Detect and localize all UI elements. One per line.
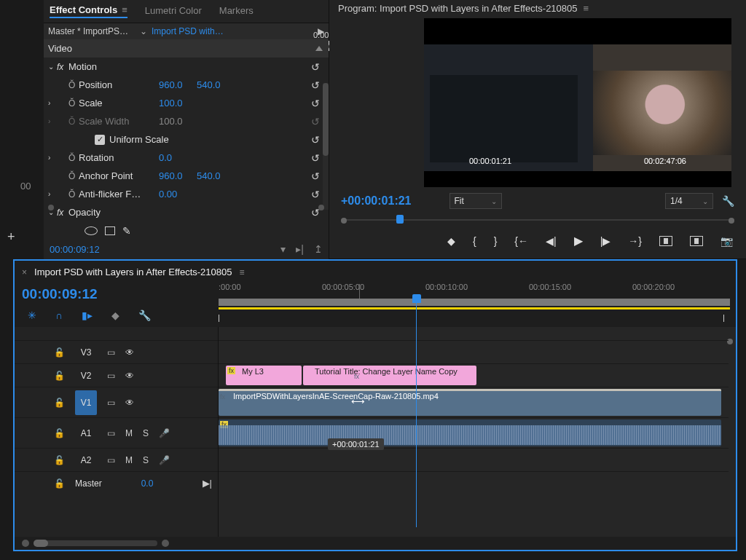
solo-icon[interactable]: S (143, 428, 149, 438)
clip-my-l3[interactable]: fxMy L3 (226, 366, 302, 385)
position-y[interactable]: 540.0 (197, 79, 235, 90)
stopwatch-icon[interactable]: Ŏ (68, 153, 79, 163)
transport-controls: ◆ { } {← ◀| ▶ |▶ →} 📷 (329, 226, 746, 255)
settings-icon[interactable]: 🔧 (138, 309, 151, 321)
nest-icon[interactable]: ✳ (28, 309, 36, 321)
track-master-header[interactable]: 🔓 Master 0.0 ▶| (15, 471, 218, 494)
panel-menu-icon[interactable]: ≡ (122, 4, 127, 15)
snap-icon[interactable]: ∩ (55, 309, 63, 321)
lock-icon[interactable]: 🔓 (54, 398, 65, 408)
scroll-dot[interactable] (48, 205, 54, 210)
track-v3-header[interactable]: 🔓 V3 ▭ 👁 (15, 340, 218, 363)
eye-icon[interactable]: 👁 (125, 371, 134, 381)
keyframe-nav-icon[interactable]: ▸| (296, 243, 304, 255)
mark-out-icon[interactable]: } (494, 235, 498, 247)
toggle-sync-icon[interactable]: ▭ (107, 455, 115, 465)
step-forward-icon[interactable]: |▶ (600, 235, 611, 247)
uniform-scale-row[interactable]: ✓ Uniform Scale ↺ (44, 130, 329, 149)
add-icon[interactable]: + (7, 229, 15, 245)
rotation-value[interactable]: 0.0 (159, 152, 197, 163)
sequence-link[interactable]: Import PSD with… (152, 26, 313, 36)
stopwatch-icon[interactable]: Ŏ (68, 189, 79, 200)
lock-icon[interactable]: 🔓 (54, 455, 65, 465)
lock-icon[interactable]: 🔓 (54, 371, 65, 381)
toggle-sync-icon[interactable]: ▭ (107, 371, 115, 381)
go-to-out-icon[interactable]: →} (628, 235, 642, 247)
resolution-dropdown[interactable]: 1/4⌄ (665, 193, 713, 209)
keyframe-filter-icon[interactable]: ▾ (280, 243, 286, 255)
timeline-ruler[interactable]: :00:00 00:00:05:00 00:00:10:00 00:00:15:… (219, 283, 736, 306)
close-icon[interactable]: × (22, 267, 27, 277)
toggle-sync-icon[interactable]: ▭ (107, 398, 115, 408)
motion-row[interactable]: ⌄fx Motion ↺ (44, 58, 329, 76)
program-scrubber[interactable] (341, 215, 734, 226)
clip-audio-a1[interactable]: fx (219, 419, 721, 446)
tab-markers[interactable]: Markers (219, 4, 254, 17)
toggle-sync-icon[interactable]: ▭ (107, 428, 115, 438)
program-viewer[interactable]: 00:00:01:21 00:02:47:06 (424, 18, 731, 187)
go-to-in-icon[interactable]: {← (514, 235, 528, 247)
track-a1-header[interactable]: 🔓 A1 ▭ M S 🎤 (15, 417, 218, 448)
uniform-scale-checkbox[interactable]: ✓ (95, 135, 105, 145)
toggle-sync-icon[interactable]: ▭ (107, 347, 115, 358)
effect-controls-timecode[interactable]: 00:00:09:12 ▾ ▸| ↥ (44, 239, 329, 259)
mark-in-icon[interactable]: { (473, 235, 476, 247)
vertical-scrollbar[interactable] (323, 83, 329, 210)
lock-icon[interactable]: 🔓 (54, 428, 65, 438)
track-v1-header[interactable]: 🔓 V1 ▭ 👁 (15, 387, 218, 417)
program-playhead[interactable] (396, 215, 404, 224)
collapse-arrow-icon[interactable] (315, 46, 323, 51)
scroll-dot[interactable] (318, 205, 324, 210)
panel-menu-icon[interactable]: ≡ (584, 3, 589, 14)
mute-icon[interactable]: M (125, 455, 133, 465)
play-icon[interactable]: ▶ (574, 234, 583, 248)
antiflicker-value[interactable]: 0.00 (159, 189, 197, 200)
eye-icon[interactable]: 👁 (125, 398, 134, 408)
timeline-zoom-scroll[interactable] (15, 537, 736, 550)
master-gain[interactable]: 0.0 (141, 478, 154, 489)
scale-value[interactable]: 100.0 (159, 98, 197, 109)
settings-icon[interactable]: 🔧 (722, 195, 734, 207)
stopwatch-icon[interactable]: Ŏ (68, 98, 79, 109)
add-marker-icon[interactable]: ◆ (447, 235, 455, 247)
track-v2-header[interactable]: 🔓 V2 ▭ 👁 (15, 363, 218, 387)
zoom-dropdown[interactable]: Fit⌄ (449, 193, 502, 209)
anchor-row: Ŏ Anchor Point 960.0 540.0 ↺ (44, 167, 329, 185)
clip-tutorial-title[interactable]: fxTutorial Title: Change Layer Name Copy (303, 366, 476, 385)
tab-effect-controls[interactable]: Effect Controls≡ (50, 3, 127, 18)
lock-icon[interactable]: 🔓 (54, 347, 65, 358)
mute-icon[interactable]: M (125, 428, 133, 438)
reset-icon[interactable]: ↺ (302, 61, 329, 73)
rect-mask-icon[interactable] (105, 226, 115, 235)
timeline-timecode[interactable]: 00:00:09:12 (22, 286, 219, 302)
share-icon[interactable]: ↥ (314, 243, 323, 255)
extract-icon[interactable] (690, 236, 703, 246)
timeline-playhead[interactable] (412, 294, 421, 303)
position-x[interactable]: 960.0 (159, 79, 197, 90)
anchor-x[interactable]: 960.0 (159, 170, 197, 181)
solo-icon[interactable]: S (143, 455, 149, 465)
export-frame-icon[interactable]: 📷 (721, 235, 733, 247)
sequence-name[interactable]: Import PSD with Layers in After Effects-… (34, 267, 232, 277)
lift-icon[interactable] (659, 236, 672, 246)
mic-icon[interactable]: 🎤 (159, 428, 170, 438)
stopwatch-icon[interactable]: Ŏ (68, 80, 79, 90)
video-section[interactable]: Video (44, 39, 329, 58)
stopwatch-icon[interactable]: Ŏ (68, 171, 79, 181)
pen-mask-icon[interactable]: ✎ (122, 225, 131, 237)
tab-lumetri-color[interactable]: Lumetri Color (145, 4, 202, 17)
eye-icon[interactable]: 👁 (125, 347, 134, 358)
ellipse-mask-icon[interactable] (85, 226, 98, 235)
lock-icon[interactable]: 🔓 (54, 478, 65, 489)
marker-icon[interactable]: ◆ (111, 309, 119, 321)
anchor-y[interactable]: 540.0 (197, 170, 235, 181)
program-timecode[interactable]: +00:00:01:21 (341, 194, 412, 208)
chevron-down-icon[interactable]: ⌄ (140, 26, 147, 36)
mic-icon[interactable]: 🎤 (159, 455, 170, 465)
step-back-icon[interactable]: ◀| (546, 235, 557, 247)
panel-menu-icon[interactable]: ≡ (239, 267, 244, 277)
track-a2-header[interactable]: 🔓 A2 ▭ M S 🎤 (15, 448, 218, 471)
clip-video[interactable]: fxImportPSDWithLayersInAE-ScreenCap-Raw-… (219, 389, 721, 416)
linked-selection-icon[interactable]: ▮▸ (82, 309, 93, 321)
go-to-end-icon[interactable]: ▶| (203, 478, 212, 489)
